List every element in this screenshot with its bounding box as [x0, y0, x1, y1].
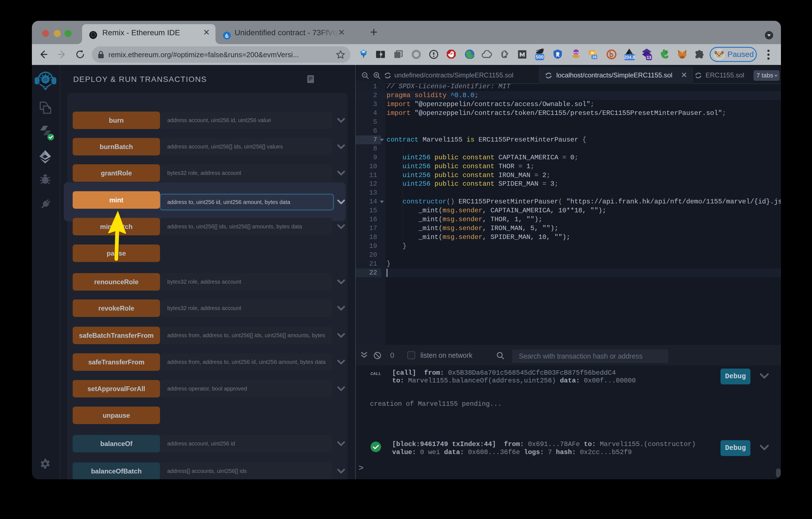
svg-text:204.8: 204.8: [624, 55, 635, 60]
svg-text:500: 500: [536, 54, 544, 60]
svg-text:13: 13: [647, 55, 651, 60]
svg-text:16: 16: [592, 55, 597, 59]
